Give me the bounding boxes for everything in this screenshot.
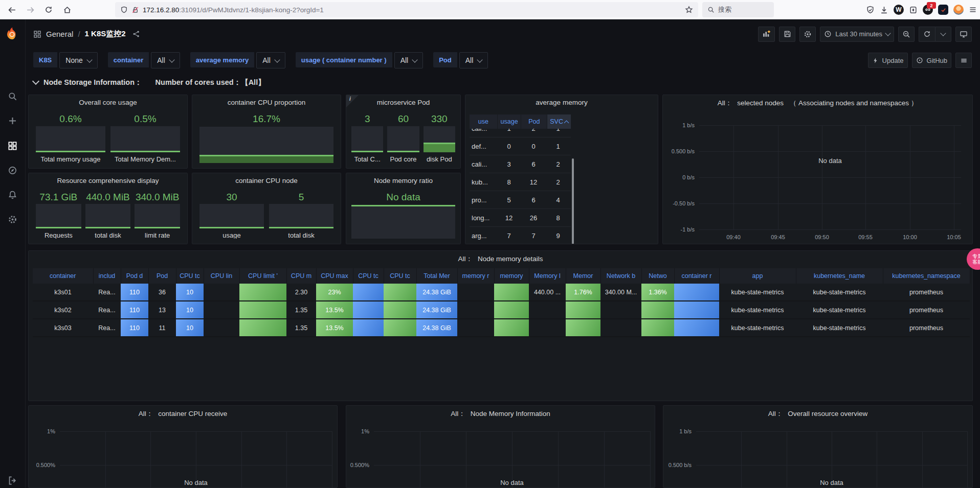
variable-label[interactable]: Pod xyxy=(433,52,457,67)
search-box[interactable]: 搜索 xyxy=(702,2,774,17)
column-header[interactable]: kubernetes_namespace xyxy=(883,268,970,284)
shield-icon[interactable] xyxy=(120,6,128,14)
column-header[interactable]: kubernetes_name xyxy=(796,268,883,284)
panel-title[interactable]: average memory xyxy=(465,99,658,106)
gridline xyxy=(286,431,287,488)
variable-group: average memoryAll xyxy=(190,52,285,68)
variable-label[interactable]: container xyxy=(108,52,149,67)
column-header[interactable]: CPU m xyxy=(286,268,316,284)
account-avatar[interactable] xyxy=(953,5,964,15)
panel-title[interactable]: All：Node memory details xyxy=(29,254,972,264)
settings-button[interactable] xyxy=(799,27,816,42)
url-bar[interactable]: 172.16.2.80:31091/d/PwMJtdvnz/1-k8sjian-… xyxy=(115,2,698,17)
column-header[interactable]: CPU limit ' xyxy=(239,268,286,284)
gridline xyxy=(699,229,961,230)
reload-icon[interactable] xyxy=(41,2,56,17)
table-header-cell[interactable]: Pod xyxy=(521,114,547,129)
table-cell: 24.38 GiB xyxy=(416,319,457,337)
sidebar-explore-icon[interactable] xyxy=(6,164,18,176)
table-cell: 13 xyxy=(148,301,176,319)
table-cell: prometheus xyxy=(883,301,970,319)
add-panel-button[interactable] xyxy=(758,27,775,42)
grafana-logo[interactable] xyxy=(5,26,20,41)
variable-label[interactable]: average memory xyxy=(190,52,254,67)
stat-gauge xyxy=(199,127,333,163)
variable-value-dropdown[interactable]: All xyxy=(394,52,424,68)
column-header[interactable]: Memor xyxy=(566,268,600,284)
panel-title[interactable]: container CPU node xyxy=(192,177,341,184)
column-header[interactable]: Pod xyxy=(148,268,176,284)
share-icon[interactable] xyxy=(132,30,140,38)
table-cell xyxy=(457,284,494,301)
column-header[interactable]: CPU tc xyxy=(384,268,416,284)
dashboard-grid-icon[interactable] xyxy=(33,30,41,38)
refresh-interval-button[interactable] xyxy=(935,27,951,42)
column-header[interactable]: Total Mer xyxy=(416,268,457,284)
table-header-cell[interactable]: use xyxy=(470,114,497,129)
column-header[interactable]: Memory l xyxy=(529,268,566,284)
variable-value-dropdown[interactable]: None xyxy=(59,52,97,68)
home-icon[interactable] xyxy=(59,2,75,17)
table-cell xyxy=(641,319,674,337)
time-range-button[interactable]: Last 30 minutes xyxy=(820,27,894,42)
table-cell: Rea... xyxy=(93,319,121,337)
notes-extension-icon[interactable] xyxy=(909,6,918,14)
column-header[interactable]: container r xyxy=(674,268,719,284)
column-header[interactable]: memory r xyxy=(457,268,494,284)
column-header[interactable]: Network b xyxy=(600,268,641,284)
back-icon[interactable] xyxy=(4,2,19,17)
table-cell xyxy=(353,319,384,337)
table-header-cell[interactable]: usage xyxy=(498,114,521,129)
variable-value-dropdown[interactable]: All xyxy=(256,52,285,68)
row-header[interactable]: Node Storage Information： Number of core… xyxy=(25,75,980,89)
sidebar-search-icon[interactable] xyxy=(6,90,18,102)
github-button[interactable]: GitHub xyxy=(912,53,951,68)
variable-value-dropdown[interactable]: All xyxy=(459,52,488,68)
forward-icon[interactable] xyxy=(23,2,38,17)
refresh-button[interactable] xyxy=(919,27,935,42)
table-cell: 1.36% xyxy=(641,284,674,301)
panel-title[interactable]: container CPU proportion xyxy=(192,99,341,106)
variable-label[interactable]: K8S xyxy=(33,52,57,67)
shield-check-icon[interactable] xyxy=(866,6,875,14)
column-header[interactable]: CPU max xyxy=(316,268,353,284)
sidebar-sign-out-icon[interactable] xyxy=(6,474,18,486)
check-extension-icon[interactable] xyxy=(938,5,948,15)
column-header[interactable]: app xyxy=(719,268,796,284)
table-header-cell[interactable]: SVC xyxy=(547,114,571,129)
table-cell: 8 xyxy=(497,173,521,191)
column-header[interactable]: Netwo xyxy=(641,268,674,284)
gridline xyxy=(699,177,961,178)
table-scrollbar[interactable] xyxy=(572,158,574,244)
bookmark-star-icon[interactable] xyxy=(685,6,693,14)
sidebar-alerting-icon[interactable] xyxy=(6,189,18,201)
column-header[interactable]: CPU tc xyxy=(176,268,204,284)
column-header[interactable]: Pod d xyxy=(121,268,148,284)
column-header[interactable]: CPU tc xyxy=(353,268,384,284)
panel-title[interactable]: Node memory ratio xyxy=(346,177,460,184)
breadcrumb-section[interactable]: General xyxy=(46,30,73,38)
column-header[interactable]: memory xyxy=(494,268,529,284)
panel-title[interactable]: microservice Pod xyxy=(346,99,460,106)
panel-title[interactable]: Overall core usage xyxy=(29,99,187,106)
update-button[interactable]: Update xyxy=(868,53,908,68)
panel-menu-button[interactable] xyxy=(955,53,972,68)
panel-title[interactable]: Resource comprehensive display xyxy=(29,177,187,184)
zoom-out-button[interactable] xyxy=(898,27,915,42)
column-header[interactable]: CPU lin xyxy=(204,268,239,284)
column-header[interactable]: includ xyxy=(93,268,121,284)
menu-icon[interactable] xyxy=(969,6,977,14)
panda-extension-icon[interactable]: 2 xyxy=(923,5,933,15)
sidebar-create-icon[interactable] xyxy=(6,114,18,127)
variable-label[interactable]: usage ( container number ) xyxy=(296,52,392,67)
sidebar-configuration-icon[interactable] xyxy=(6,213,18,225)
stat-value: 3 xyxy=(351,112,383,126)
save-button[interactable] xyxy=(779,27,795,42)
download-icon[interactable] xyxy=(880,6,888,14)
wikipedia-extension-icon[interactable]: W xyxy=(894,5,904,15)
column-header[interactable]: container xyxy=(33,268,93,284)
insecure-lock-icon[interactable] xyxy=(131,6,139,14)
variable-value-dropdown[interactable]: All xyxy=(151,52,180,68)
sidebar-dashboards-icon[interactable] xyxy=(6,140,18,152)
kiosk-mode-button[interactable] xyxy=(955,27,972,42)
